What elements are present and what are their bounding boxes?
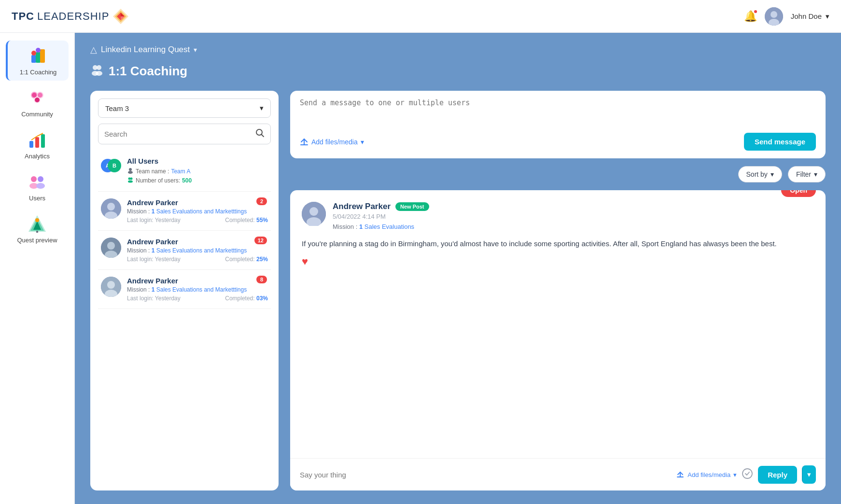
reply-actions: Add files/media ▾ Reply ▾: [677, 465, 816, 484]
breadcrumb-link[interactable]: Linkedin Learning Quest: [101, 45, 190, 55]
sidebar-item-coaching[interactable]: 1:1 Coaching: [6, 41, 69, 81]
new-post-badge: New Post: [395, 202, 429, 211]
breadcrumb-icon: △: [90, 44, 97, 55]
svg-point-11: [31, 51, 36, 56]
post-heart-button[interactable]: ♥: [302, 255, 308, 267]
svg-point-25: [36, 183, 45, 189]
users-count-value: 500: [182, 177, 192, 184]
sort-filter-row: Sort by ▾ Filter ▾: [290, 166, 826, 182]
list-item[interactable]: Andrew Parker Mission : 1 Sales Evaluati…: [98, 192, 271, 231]
user-avatar-2: [101, 238, 121, 258]
reply-dropdown-button[interactable]: ▾: [802, 465, 816, 484]
page-title-row: 1:1 Coaching: [90, 63, 826, 79]
breadcrumb: △ Linkedin Learning Quest ▾: [90, 44, 826, 55]
svg-point-12: [36, 48, 41, 53]
list-item[interactable]: Andrew Parker Mission : 1 Sales Evaluati…: [98, 231, 271, 270]
team-label: Team name :: [136, 168, 169, 175]
user-menu-button[interactable]: John Doe ▾: [791, 12, 829, 21]
user-avatar-1: [101, 198, 121, 219]
svg-point-18: [35, 98, 40, 102]
team-dropdown[interactable]: Team 3 ▾: [98, 98, 271, 118]
right-panel: Add files/media ▾ Send message Sort by ▾…: [290, 91, 826, 490]
search-icon[interactable]: [255, 128, 265, 140]
sidebar: 1:1 Coaching Community: [0, 33, 75, 504]
svg-point-24: [38, 176, 43, 182]
sort-button[interactable]: Sort by ▾: [738, 166, 782, 182]
post-time: 5/04/2022 4:14 PM: [333, 213, 814, 220]
svg-point-52: [309, 207, 318, 216]
quest-icon: [27, 213, 48, 235]
logo-diamond-icon: [112, 8, 129, 25]
filter-chevron-icon: ▾: [814, 170, 817, 178]
filter-label: Filter: [796, 170, 811, 178]
analytics-icon: [27, 129, 48, 151]
svg-point-37: [129, 168, 132, 171]
sidebar-item-community[interactable]: Community: [6, 83, 69, 123]
filter-button[interactable]: Filter ▾: [788, 166, 826, 182]
left-panel: Team 3 ▾: [90, 91, 279, 490]
user-badge-3: 8: [256, 276, 267, 283]
user-mission-1: Mission : 1 Sales Evaluations and Market…: [127, 208, 268, 215]
post-header: Andrew Parker New Post 5/04/2022 4:14 PM…: [302, 202, 814, 230]
post-author-name: Andrew Parker: [333, 202, 391, 211]
user-badge-2: 12: [254, 237, 267, 244]
svg-point-49: [107, 281, 115, 289]
notification-dot: [753, 9, 758, 14]
logo-tpc: TPC: [12, 10, 34, 23]
all-users-avatar: A B: [101, 157, 121, 177]
coaching-icon: [28, 45, 49, 67]
user-name-2: Andrew Parker: [127, 238, 268, 246]
sidebar-item-users[interactable]: Users: [6, 167, 69, 207]
sidebar-item-quest[interactable]: Quest preview: [6, 209, 69, 249]
app-layout: 1:1 Coaching Community: [0, 33, 841, 504]
all-users-item[interactable]: A B All Users Team name : Team A: [98, 150, 271, 192]
notifications-button[interactable]: 🔔: [744, 10, 757, 23]
svg-point-16: [32, 93, 37, 98]
logo: TPCLEADERSHIP: [12, 8, 129, 25]
svg-rect-10: [40, 49, 45, 63]
user-avatar: [765, 7, 783, 26]
last-login-2: Last login: Yesterday: [127, 256, 181, 263]
post-author-avatar: [302, 202, 326, 226]
svg-rect-8: [31, 55, 36, 63]
svg-point-40: [130, 178, 133, 180]
reply-input[interactable]: [300, 471, 671, 479]
post-mission: Mission : 1 Sales Evaluations: [333, 223, 814, 230]
reply-media-label: Add files/media: [687, 471, 730, 478]
add-files-button[interactable]: Add files/media ▾: [300, 138, 364, 146]
svg-point-22: [31, 176, 37, 182]
send-message-button[interactable]: Send message: [744, 133, 816, 151]
sort-label: Sort by: [746, 170, 768, 178]
svg-rect-20: [35, 137, 39, 148]
svg-rect-19: [29, 141, 33, 148]
team-icon: [127, 167, 134, 175]
search-input[interactable]: [104, 130, 251, 138]
user-mission-2: Mission : 1 Sales Evaluations and Market…: [127, 247, 268, 254]
post-text: If you're planning a stag do in Birmingh…: [302, 238, 814, 250]
page-title: 1:1 Coaching: [109, 64, 187, 79]
add-files-chevron-icon: ▾: [361, 138, 364, 146]
svg-line-36: [262, 135, 264, 137]
svg-point-32: [97, 65, 101, 70]
post-card: Open: [290, 190, 826, 490]
add-files-label: Add files/media: [311, 138, 358, 146]
sidebar-item-analytics[interactable]: Analytics: [6, 125, 69, 165]
community-icon: [27, 87, 48, 109]
reply-button[interactable]: Reply: [758, 466, 797, 484]
reply-check-icon[interactable]: [742, 468, 753, 482]
topnav-right: 🔔 John Doe ▾: [744, 7, 829, 26]
columns-layout: Team 3 ▾: [90, 91, 826, 490]
post-content: Andrew Parker New Post 5/04/2022 4:14 PM…: [290, 190, 826, 458]
user-list: A B All Users Team name : Team A: [98, 150, 271, 483]
top-navigation: TPCLEADERSHIP 🔔 John Doe ▾: [0, 0, 841, 33]
user-info-2: Andrew Parker Mission : 1 Sales Evaluati…: [127, 238, 268, 263]
all-users-info: All Users Team name : Team A: [127, 157, 192, 184]
svg-point-41: [128, 181, 133, 183]
svg-rect-9: [36, 52, 41, 63]
sidebar-label-users: Users: [29, 195, 45, 202]
svg-rect-21: [41, 134, 45, 148]
list-item[interactable]: Andrew Parker Mission : 1 Sales Evaluati…: [98, 270, 271, 309]
add-files-media-button[interactable]: Add files/media ▾: [677, 471, 737, 478]
compose-textarea[interactable]: [300, 98, 816, 127]
user-menu-chevron: ▾: [826, 12, 829, 21]
